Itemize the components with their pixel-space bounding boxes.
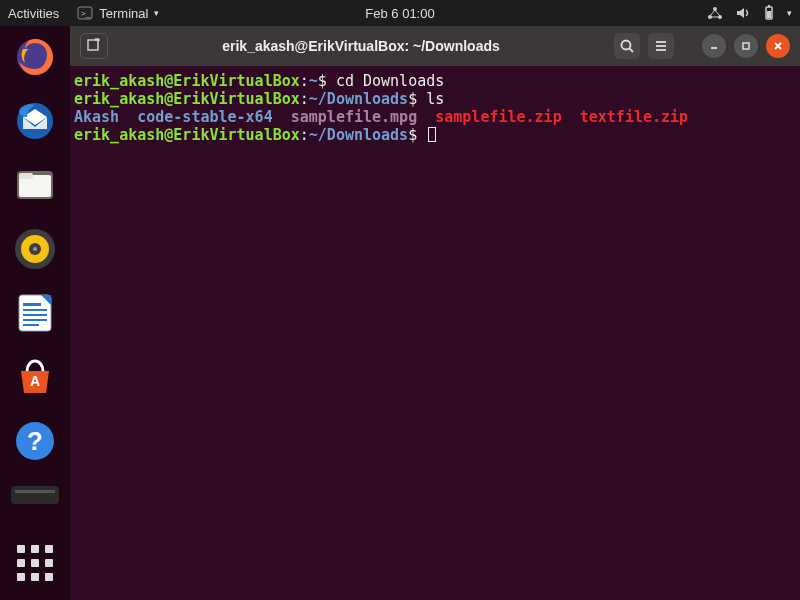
svg-text:A: A bbox=[30, 373, 40, 389]
minimize-icon bbox=[708, 40, 720, 52]
rhythmbox-icon bbox=[13, 227, 57, 271]
svg-rect-22 bbox=[23, 324, 39, 326]
minimize-button[interactable] bbox=[702, 34, 726, 58]
network-indicator[interactable] bbox=[707, 6, 723, 20]
maximize-button[interactable] bbox=[734, 34, 758, 58]
svg-rect-26 bbox=[11, 486, 59, 504]
chevron-down-icon: ▾ bbox=[787, 8, 792, 18]
svg-point-16 bbox=[33, 247, 37, 251]
svg-rect-21 bbox=[23, 319, 47, 321]
show-applications-button[interactable] bbox=[11, 540, 59, 586]
svg-rect-18 bbox=[23, 303, 41, 306]
svg-rect-28 bbox=[88, 40, 98, 50]
battery-icon bbox=[763, 5, 775, 21]
hamburger-menu-button[interactable] bbox=[648, 33, 674, 59]
gnome-topbar: Activities >_ Terminal ▾ Feb 6 01:00 bbox=[0, 0, 800, 26]
libreoffice-writer-icon bbox=[13, 291, 57, 335]
hamburger-icon bbox=[653, 38, 669, 54]
svg-text:?: ? bbox=[27, 426, 43, 456]
terminal-icon: >_ bbox=[77, 5, 93, 21]
svg-text:>_: >_ bbox=[81, 9, 91, 18]
dock-files[interactable] bbox=[11, 162, 59, 208]
maximize-icon bbox=[740, 40, 752, 52]
dock-writer[interactable] bbox=[11, 290, 59, 336]
activities-label: Activities bbox=[8, 6, 59, 21]
network-icon bbox=[707, 6, 723, 20]
svg-rect-19 bbox=[23, 309, 47, 311]
terminal-body[interactable]: erik_akash@ErikVirtualBox:~$ cd Download… bbox=[70, 66, 800, 600]
files-icon bbox=[13, 163, 57, 207]
system-menu[interactable]: ▾ bbox=[787, 8, 792, 18]
app-menu[interactable]: >_ Terminal ▾ bbox=[77, 5, 159, 21]
clock[interactable]: Feb 6 01:00 bbox=[365, 6, 434, 21]
battery-indicator[interactable] bbox=[763, 5, 775, 21]
dock-firefox[interactable] bbox=[11, 34, 59, 80]
terminal-prompt: erik_akash@ErikVirtualBox:~/Downloads$ bbox=[74, 126, 796, 144]
dock-help[interactable]: ? bbox=[11, 418, 59, 464]
terminal-window: erik_akash@ErikVirtualBox: ~/Downloads bbox=[70, 26, 800, 600]
svg-rect-27 bbox=[15, 490, 55, 493]
terminal-line: erik_akash@ErikVirtualBox:~$ cd Download… bbox=[74, 72, 796, 90]
svg-point-29 bbox=[622, 41, 631, 50]
new-tab-button[interactable] bbox=[80, 33, 108, 59]
dock-thunderbird[interactable] bbox=[11, 98, 59, 144]
help-icon: ? bbox=[13, 419, 57, 463]
minimized-window-icon bbox=[11, 482, 59, 504]
window-titlebar: erik_akash@ErikVirtualBox: ~/Downloads bbox=[70, 26, 800, 66]
volume-indicator[interactable] bbox=[735, 6, 751, 20]
dock-rhythmbox[interactable] bbox=[11, 226, 59, 272]
svg-rect-6 bbox=[768, 5, 770, 7]
terminal-line: erik_akash@ErikVirtualBox:~/Downloads$ l… bbox=[74, 90, 796, 108]
close-button[interactable] bbox=[766, 34, 790, 58]
dock-preview[interactable] bbox=[11, 482, 59, 504]
firefox-icon bbox=[13, 35, 57, 79]
cursor bbox=[428, 127, 436, 142]
svg-rect-12 bbox=[19, 173, 33, 179]
close-icon bbox=[772, 40, 784, 52]
search-icon bbox=[619, 38, 635, 54]
chevron-down-icon: ▾ bbox=[154, 8, 159, 18]
svg-rect-20 bbox=[23, 314, 47, 316]
ubuntu-software-icon: A bbox=[13, 355, 57, 399]
app-menu-label: Terminal bbox=[99, 6, 148, 21]
svg-line-30 bbox=[630, 49, 634, 53]
volume-icon bbox=[735, 6, 751, 20]
thunderbird-icon bbox=[13, 99, 57, 143]
ls-output: Akash code-stable-x64 samplefile.mpg sam… bbox=[74, 108, 796, 126]
search-button[interactable] bbox=[614, 33, 640, 59]
activities-button[interactable]: Activities bbox=[8, 6, 59, 21]
dock: A ? bbox=[0, 26, 70, 600]
svg-rect-35 bbox=[743, 43, 749, 49]
new-tab-icon bbox=[86, 38, 102, 54]
dock-software[interactable]: A bbox=[11, 354, 59, 400]
svg-rect-7 bbox=[767, 11, 771, 18]
window-title: erik_akash@ErikVirtualBox: ~/Downloads bbox=[116, 38, 606, 54]
datetime-label: Feb 6 01:00 bbox=[365, 6, 434, 21]
